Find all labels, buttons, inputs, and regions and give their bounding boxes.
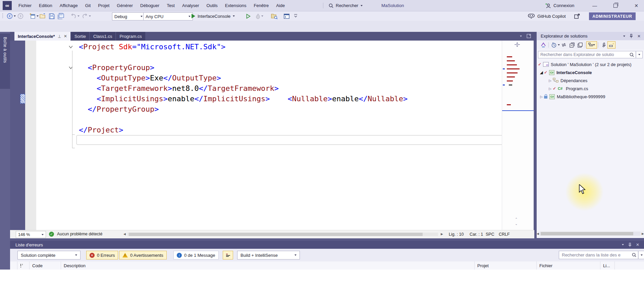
scroll-left-icon[interactable]: ◀	[123, 232, 126, 236]
command-window-button[interactable]	[284, 13, 289, 19]
column-header-fichier[interactable]: Fichier	[537, 261, 600, 270]
titlebar-search-button[interactable]: Rechercher	[329, 0, 363, 11]
menu-item-outils[interactable]: Outils	[203, 0, 221, 11]
editor-options-icon[interactable]	[527, 34, 531, 38]
filter-button[interactable]	[223, 251, 233, 259]
menu-item-git[interactable]: Git	[82, 0, 95, 11]
scrollbar-thumb[interactable]	[541, 232, 633, 235]
zoom-level-combobox[interactable]: 146 %	[16, 231, 46, 238]
error-list-body[interactable]	[0, 270, 644, 291]
send-feedback-button[interactable]	[574, 13, 580, 19]
menu-item-fichier[interactable]: Fichier	[15, 0, 35, 11]
window-position-icon[interactable]	[622, 244, 624, 245]
menu-item-affichage[interactable]: Affichage	[56, 0, 82, 11]
show-all-files-button[interactable]	[607, 41, 615, 49]
menu-item-fentre[interactable]: Fenêtre	[250, 0, 272, 11]
errors-toggle-button[interactable]: ✕ 0 Erreurs	[86, 251, 118, 259]
hot-reload-button[interactable]	[256, 13, 263, 19]
search-button[interactable]	[628, 51, 636, 58]
tab-list-dropdown-icon[interactable]	[520, 36, 522, 37]
search-input[interactable]	[538, 51, 628, 58]
search-options-button[interactable]	[638, 251, 644, 259]
document-tab-Sortie[interactable]: Sortie	[71, 32, 89, 41]
code-editor[interactable]: <Project Sdk="Microsoft.NET.Sdk"> <Prope…	[10, 41, 536, 230]
column-header-li[interactable]: Li...	[600, 261, 615, 270]
toolbox-tab[interactable]: Boîte à outils	[0, 34, 10, 89]
menu-item-edition[interactable]: Edition	[35, 0, 56, 11]
start-without-debugging-button[interactable]	[246, 13, 251, 19]
messages-toggle-button[interactable]: i 0 de 1 Message	[173, 251, 219, 259]
scroll-up-icon[interactable]: ⌃	[515, 218, 518, 221]
tree-expander-icon[interactable]: ◢	[539, 70, 544, 75]
find-in-files-button[interactable]	[271, 13, 278, 19]
navigate-forward-button[interactable]	[17, 13, 23, 19]
menu-item-projet[interactable]: Projet	[94, 0, 113, 11]
editor-text-surface[interactable]: <Project Sdk="Microsoft.NET.Sdk"> <Prope…	[36, 41, 502, 230]
tree-item-Dpendances[interactable]: ▷Dépendances	[537, 76, 644, 84]
scrollbar-thumb[interactable]	[129, 233, 423, 236]
undo-button[interactable]	[70, 13, 79, 19]
menu-item-test[interactable]: Test	[163, 0, 178, 11]
sign-in-button[interactable]: Connexion	[545, 0, 574, 11]
scope-combobox[interactable]: Solution complète	[17, 251, 80, 259]
pin-tab-icon[interactable]: ⊣	[57, 35, 62, 38]
pin-icon[interactable]	[628, 243, 632, 247]
solution-explorer-hscrollbar[interactable]: ◀ ▶	[537, 231, 644, 237]
tree-expander-icon[interactable]: ▷	[547, 87, 553, 91]
scroll-left-icon[interactable]: ◀	[537, 232, 539, 235]
github-copilot-button[interactable]: GitHub Copilot	[528, 13, 566, 19]
document-tab-InterfaceConsole[interactable]: InterfaceConsole*⊣✕	[14, 32, 70, 41]
configuration-combobox[interactable]: Debug	[112, 12, 145, 20]
save-all-button[interactable]	[58, 13, 64, 19]
properties-button[interactable]	[576, 41, 584, 49]
warnings-toggle-button[interactable]: 0 Avertissements	[119, 251, 167, 259]
column-header-description[interactable]: Description	[61, 261, 475, 270]
column-header-projet[interactable]: Projet	[475, 261, 537, 270]
scroll-down-icon[interactable]: ⌄	[515, 222, 518, 226]
error-list-titlebar[interactable]: Liste d'erreurs ✕	[10, 241, 644, 249]
minimize-button[interactable]: —	[587, 0, 602, 11]
tree-item-InterfaceConsole[interactable]: ◢✓C#InterfaceConsole	[537, 68, 644, 76]
menu-item-aide[interactable]: Aide	[272, 0, 288, 11]
tree-expander-icon[interactable]: ▷	[547, 79, 553, 82]
minimap-scrollbar[interactable]: ⌃ ⌄	[502, 41, 534, 230]
close-tab-icon[interactable]: ✕	[64, 34, 67, 39]
open-file-button[interactable]	[40, 13, 46, 19]
source-combobox[interactable]: Build + IntelliSense	[237, 251, 300, 259]
new-project-button[interactable]	[30, 13, 39, 19]
pending-changes-filter-button[interactable]	[550, 41, 558, 49]
project-settings-button[interactable]	[599, 41, 607, 49]
menu-item-dboguer[interactable]: Déboguer	[137, 0, 163, 11]
document-tab-Class1cs[interactable]: Class1.cs	[90, 32, 115, 41]
tree-item-SolutionMaSolution2sur2d[interactable]: ✓∞Solution ' MaSolution ' (2 sur 2 de pr…	[537, 60, 644, 68]
search-button[interactable]	[630, 251, 638, 259]
menu-item-extensions[interactable]: Extensions	[221, 0, 250, 11]
scroll-right-icon[interactable]: ▶	[642, 232, 644, 235]
tree-item-Programcs[interactable]: ▷✓C#Program.cs	[537, 84, 644, 93]
collapse-all-button[interactable]	[568, 41, 576, 49]
toolbar-grip[interactable]	[2, 13, 3, 19]
search-input[interactable]	[559, 251, 630, 259]
save-button[interactable]	[49, 13, 55, 19]
close-icon[interactable]: ✕	[637, 34, 641, 39]
health-check-icon[interactable]: ✓	[49, 232, 54, 237]
sync-with-active-document-button[interactable]	[586, 41, 597, 49]
start-debugging-button[interactable]: InterfaceConsole	[192, 13, 235, 19]
splitter-handle-icon[interactable]	[514, 42, 520, 47]
navigate-back-button[interactable]	[7, 13, 16, 19]
platform-combobox[interactable]: Any CPU	[143, 12, 193, 20]
menu-item-gnrer[interactable]: Générer	[113, 0, 137, 11]
search-options-button[interactable]	[636, 51, 643, 58]
tree-expander-icon[interactable]: ▷	[539, 95, 544, 99]
severity-column-header[interactable]	[17, 261, 30, 270]
solution-explorer-header[interactable]: Explorateur de solutions ✕	[537, 32, 644, 40]
tree-item-MaBibliotheque9999999[interactable]: ▷C#MaBibliotheque-9999999	[537, 93, 644, 101]
column-header-code[interactable]: Code	[30, 261, 61, 270]
scrollbar-track[interactable]	[540, 232, 641, 236]
pin-icon[interactable]	[630, 34, 633, 38]
window-position-icon[interactable]	[623, 36, 625, 37]
toolbar-overflow-button[interactable]	[294, 13, 298, 19]
menu-item-analyser[interactable]: Analyser	[178, 0, 203, 11]
close-button[interactable]: ✕	[629, 0, 644, 11]
redo-button[interactable]	[82, 13, 91, 19]
